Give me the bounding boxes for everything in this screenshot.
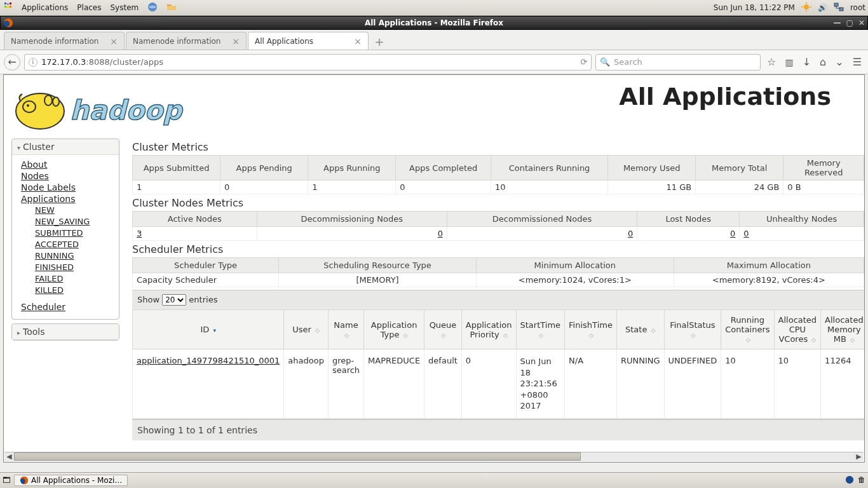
library-icon[interactable]: ▥ [782, 57, 796, 67]
browser-tab[interactable]: Namenode information× [4, 32, 125, 50]
browser-launcher-icon[interactable] [147, 2, 158, 14]
th: Scheduler Type [133, 258, 279, 273]
th: Decommissioning Nodes [257, 212, 447, 227]
taskbar-app-button[interactable]: All Applications - Mozi… [14, 475, 128, 486]
sidebar-link-scheduler[interactable]: Scheduler [21, 301, 115, 313]
scroll-left-arrow[interactable]: ◀ [4, 452, 14, 461]
sidebar-link-state[interactable]: KILLED [35, 285, 115, 296]
workspace-switcher-icon[interactable] [845, 475, 854, 486]
weather-icon[interactable] [801, 2, 811, 14]
sidebar-link-state[interactable]: NEW_SAVING [35, 216, 115, 227]
tab-close-icon[interactable]: × [110, 36, 118, 46]
col-user[interactable]: User ◇ [284, 310, 329, 349]
col-mem[interactable]: Allocated Memory MB ◇ [821, 310, 864, 349]
reload-icon[interactable]: ⟳ [580, 57, 587, 67]
cell-priority: 0 [461, 349, 516, 419]
sidebar-tools-title[interactable]: Tools [12, 324, 119, 340]
col-runningcontainers[interactable]: Running Containers ◇ [721, 310, 774, 349]
col-vcores[interactable]: Allocated CPU VCores ◇ [774, 310, 821, 349]
show-label: Show [137, 295, 159, 304]
decommissioned-link[interactable]: 0 [628, 229, 633, 238]
sidebar-link-state[interactable]: FAILED [35, 273, 115, 285]
active-nodes-link[interactable]: 3 [137, 229, 142, 238]
sidebar-cluster-box: Cluster About Nodes Node Labels Applicat… [11, 139, 119, 320]
firefox-icon [3, 18, 13, 30]
col-start[interactable]: StartTime ◇ [516, 310, 565, 349]
decommissioning-link[interactable]: 0 [438, 229, 443, 238]
th: Apps Completed [396, 156, 491, 180]
lost-link[interactable]: 0 [730, 229, 735, 238]
sidebar-link-state[interactable]: ACCEPTED [35, 239, 115, 250]
applications-menu[interactable]: Applications [22, 3, 68, 12]
col-apptype[interactable]: Application Type ◇ [364, 310, 424, 349]
sidebar-link-applications[interactable]: Applications [21, 193, 115, 205]
sort-icon: ◇ [539, 332, 543, 339]
col-name[interactable]: Name ◇ [328, 310, 363, 349]
th: Active Nodes [133, 212, 257, 227]
th: Scheduling Resource Type [279, 258, 477, 273]
hamburger-menu-icon[interactable]: ☰ [850, 56, 864, 68]
sidebar-link-state[interactable]: NEW [35, 205, 115, 216]
pocket-icon[interactable]: ⌄ [832, 56, 846, 68]
browser-tab[interactable]: All Applications× [248, 32, 369, 50]
browser-toolbar: ← i 172.17.0.3:8088/cluster/apps ⟳ 🔍 Sea… [0, 50, 868, 74]
downloads-icon[interactable]: ↓ [800, 56, 813, 68]
sidebar-link-nodes[interactable]: Nodes [21, 170, 115, 182]
node-metrics-table: Active Nodes Decommissioning Nodes Decom… [132, 211, 864, 241]
nav-back-button[interactable]: ← [4, 54, 20, 71]
col-state[interactable]: State ◇ [616, 310, 664, 349]
system-menu[interactable]: System [110, 3, 139, 12]
sidebar-link-state[interactable]: SUBMITTED [35, 227, 115, 239]
network-icon[interactable] [834, 2, 844, 14]
sidebar-link-state[interactable]: FINISHED [35, 262, 115, 273]
minimize-button[interactable]: — [834, 18, 841, 27]
col-queue[interactable]: Queue ◇ [424, 310, 462, 349]
col-priority[interactable]: Application Priority ◇ [461, 310, 516, 349]
cell-vcores: 10 [774, 349, 821, 419]
sidebar-cluster-title[interactable]: Cluster [12, 139, 119, 155]
application-id-link[interactable]: application_1497798421510_0001 [137, 356, 280, 365]
sidebar-link-state[interactable]: RUNNING [35, 250, 115, 262]
col-finish[interactable]: FinishTime ◇ [565, 310, 617, 349]
url-bar[interactable]: i 172.17.0.3:8088/cluster/apps ⟳ [24, 54, 592, 71]
sort-icon: ◇ [442, 332, 446, 339]
th: Decommissioned Nodes [447, 212, 637, 227]
volume-icon[interactable]: 🔊 [818, 3, 827, 12]
files-launcher-icon[interactable] [166, 2, 177, 14]
places-menu[interactable]: Places [77, 3, 101, 12]
trash-icon[interactable]: 🗑 [858, 475, 865, 486]
sort-icon: ◇ [315, 327, 320, 334]
datatable-info: Showing 1 to 1 of 1 entries [132, 419, 864, 440]
tab-close-icon[interactable]: × [354, 36, 362, 46]
scrollbar-thumb[interactable] [14, 452, 581, 461]
sidebar-link-about[interactable]: About [21, 159, 115, 170]
browser-tabstrip: Namenode information× Namenode informati… [0, 30, 868, 50]
svg-point-11 [27, 104, 29, 107]
col-finalstatus[interactable]: FinalStatus ◇ [664, 310, 721, 349]
maximize-button[interactable]: ▢ [846, 18, 853, 27]
cell-running: 10 [721, 349, 774, 419]
browser-tab[interactable]: Namenode information× [126, 32, 247, 50]
user-menu[interactable]: root [850, 3, 865, 12]
home-icon[interactable]: ⌂ [817, 56, 829, 68]
identity-icon[interactable]: i [29, 58, 37, 67]
tab-close-icon[interactable]: × [232, 36, 240, 46]
applications-menu-icon[interactable] [3, 2, 13, 14]
close-button[interactable]: ✕ [858, 18, 865, 27]
col-id[interactable]: ID ▾ [133, 310, 284, 349]
td: [MEMORY] [279, 273, 477, 287]
node-metrics-title: Cluster Nodes Metrics [132, 197, 864, 209]
sort-icon: ◇ [403, 332, 408, 339]
td: 24 GB [696, 180, 783, 194]
td: 10 [491, 180, 607, 194]
clock[interactable]: Sun Jun 18, 11:22 PM [714, 3, 795, 12]
bookmark-star-icon[interactable]: ☆ [764, 56, 778, 68]
page-length-select[interactable]: 20 [162, 294, 186, 306]
scroll-right-arrow[interactable]: ▶ [854, 452, 864, 461]
sidebar-link-node-labels[interactable]: Node Labels [21, 182, 115, 193]
horizontal-scrollbar[interactable]: ◀ ▶ [4, 452, 864, 461]
show-desktop-icon[interactable]: 🗔 [3, 476, 10, 485]
new-tab-button[interactable]: + [370, 33, 389, 50]
search-bar[interactable]: 🔍 Search [595, 54, 761, 71]
unhealthy-link[interactable]: 0 [743, 229, 749, 238]
